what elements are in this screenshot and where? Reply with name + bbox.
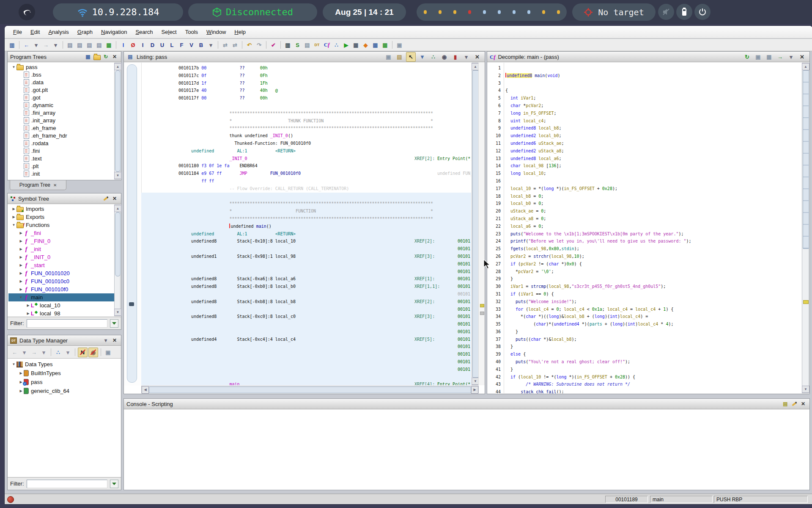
panel-menu-icon[interactable]: ▾ <box>102 337 110 344</box>
cursor-tool-icon[interactable]: I <box>119 41 128 50</box>
memory-map-4-icon[interactable]: ▤ <box>95 41 104 50</box>
expand-icon[interactable]: ▶ <box>18 279 24 283</box>
listing-line-15[interactable]: ff ff <box>141 177 471 185</box>
tree-item-.eh_frame[interactable]: .eh_frame <box>8 124 114 132</box>
expand-icon[interactable]: ▶ <box>11 207 16 211</box>
power-button[interactable] <box>694 4 710 20</box>
listing-line-36[interactable]: undefined4 Stack[-0xc4]:4 local_c4XREF[5… <box>141 336 471 343</box>
listing-line-20[interactable]: ****************************************… <box>141 215 471 223</box>
workspace-dot-6[interactable] <box>498 10 501 14</box>
byte-viewer-icon[interactable]: ▥ <box>283 41 292 50</box>
menu-graph[interactable]: Graph <box>73 29 97 35</box>
listing-line-33[interactable]: undefined8 Stack[-0xc0]:8 local_c0XREF[3… <box>141 313 471 320</box>
close-icon[interactable]: ✕ <box>111 53 118 61</box>
listing-hscrollbar[interactable]: ◀ ▶ <box>141 386 479 393</box>
workspace-dot-1[interactable] <box>424 10 427 14</box>
scroll-lock-icon[interactable]: ▤ <box>782 400 789 408</box>
tree-item-_init[interactable]: ▶f_init <box>8 245 114 253</box>
decompile-line-1[interactable]: undefined8 main(void) <box>505 72 801 80</box>
listing-line-2[interactable]: 0010117d 1f ?? 1Fh <box>141 80 471 87</box>
symbol-tree-header[interactable]: Symbol Tree ✕ <box>8 193 121 204</box>
close-icon[interactable]: ✕ <box>799 400 807 408</box>
listing-line-21[interactable]: undefined main() <box>141 223 471 230</box>
tree-item-local_98[interactable]: ▶Llocal_98 <box>8 309 114 316</box>
decompile-header[interactable]: Cf Decompile: main - (pass) ↻▣▦→▾✕ <box>487 52 809 62</box>
workspace-dot-10[interactable] <box>557 10 560 14</box>
tree-item-.text[interactable]: .text <box>8 155 114 162</box>
data-type-manager-icon[interactable]: DT <box>313 41 321 50</box>
close-icon[interactable]: ✕ <box>111 195 118 202</box>
listing-line-5[interactable] <box>141 102 471 110</box>
save-icon[interactable]: ▥ <box>8 41 16 50</box>
function-graph-icon[interactable]: ∴ <box>332 41 341 50</box>
script-manager-icon[interactable]: S <box>293 41 302 50</box>
tree-item-FUN_001010c0[interactable]: ▶fFUN_001010c0 <box>8 277 114 285</box>
listing-line-10[interactable]: Thunked-Function: FUN_001010f0 <box>141 140 471 147</box>
listing-line-1[interactable]: 0010117c 0f ?? 0Fh <box>141 72 471 80</box>
tree-item-local_10[interactable]: ▶Llocal_10 <box>8 301 114 309</box>
workspace-dot-2[interactable] <box>439 10 442 14</box>
undefine-icon[interactable]: U <box>158 41 167 50</box>
kali-menu-button[interactable] <box>19 4 35 20</box>
tree-item-.rodata[interactable]: .rodata <box>8 139 114 147</box>
ip-address-indicator[interactable]: 10.9.228.184 <box>53 3 183 21</box>
decompile-line-23[interactable]: printf("Before we let you in, you\'ll ne… <box>505 237 801 245</box>
expand-icon[interactable]: ▶ <box>18 255 24 259</box>
memory-map-2-icon[interactable]: ▤ <box>75 41 84 50</box>
expand-icon[interactable]: ▼ <box>11 362 16 366</box>
symbol-filter-input[interactable] <box>27 319 108 328</box>
decompile-line-8[interactable]: undefined8 local_b8; <box>505 124 801 132</box>
close-icon[interactable]: ✕ <box>473 52 482 61</box>
new-tree-icon[interactable]: ▦ <box>84 53 92 61</box>
listing-line-40[interactable]: 00101 <box>141 366 471 373</box>
menu-window[interactable]: Window <box>202 29 230 35</box>
copy-icon[interactable]: ▣ <box>754 52 763 61</box>
tree-item-.eh_frame_hdr[interactable]: .eh_frame_hdr <box>8 132 114 139</box>
run-icon[interactable]: ▶ <box>342 41 351 50</box>
re-decompile-icon[interactable]: ↻ <box>743 52 752 61</box>
close-icon[interactable]: ✕ <box>111 337 118 344</box>
decompile-line-27[interactable]: *pcVar2 = '\0'; <box>505 268 801 276</box>
expand-icon[interactable]: ▼ <box>11 223 16 227</box>
symbol-tree-scrollbar[interactable]: ▲ ▼ <box>114 204 121 316</box>
redo-icon[interactable]: ↷ <box>255 41 263 50</box>
listing-menu-icon[interactable]: ▾ <box>462 52 471 61</box>
expand-icon[interactable]: ▶ <box>18 239 24 243</box>
listing-line-9[interactable]: thunk undefined _INIT_0() <box>141 132 471 140</box>
export-icon[interactable]: → <box>776 52 785 61</box>
scroll-down-icon[interactable]: ▼ <box>114 172 121 179</box>
filter-settings-icon[interactable] <box>110 319 118 328</box>
workspace-dot-9[interactable] <box>542 10 545 14</box>
decompile-line-40[interactable]: } <box>505 366 801 373</box>
decompile-line-21[interactable]: local_a6 = 0; <box>505 223 801 230</box>
data-icon[interactable]: D <box>148 41 157 50</box>
menu-search[interactable]: Search <box>131 29 157 35</box>
decompile-line-9[interactable]: undefined2 local_b0; <box>505 132 801 140</box>
listing-line-41[interactable] <box>141 373 471 381</box>
decompile-line-33[interactable]: *(char *)((long)&local_b8 + (long)(int)l… <box>505 313 801 320</box>
listing-line-28[interactable]: undefined8 Stack[-0xa6]:8 local_a6XREF[1… <box>141 275 471 283</box>
instruction-icon[interactable]: I <box>138 41 147 50</box>
listing-line-0[interactable]: 0010117b 00 ?? 00h <box>141 64 471 72</box>
menu-navigation[interactable]: Navigation <box>97 29 131 35</box>
dtm-layout-icon[interactable]: ∴ <box>54 348 63 357</box>
decompile-scrollbar[interactable]: ▲ ▼ <box>802 63 809 393</box>
listing-line-14[interactable]: 00101184 e9 67 ff JMP FUN_001010f0undefi… <box>141 170 471 177</box>
listing-line-39[interactable]: 00101 <box>141 358 471 366</box>
decompile-line-26[interactable]: if (pcVar2 != (char *)0x0) { <box>505 260 801 268</box>
decompile-line-16[interactable]: local_10 = *(long *)(in_FS_OFFSET + 0x28… <box>505 185 801 193</box>
scroll-up-icon[interactable]: ▲ <box>114 205 121 212</box>
tree-item-_INIT_0[interactable]: ▶f_INIT_0 <box>8 253 114 261</box>
decompile-line-17[interactable]: local_b8 = 0; <box>505 193 801 200</box>
tree-item-.fini_array[interactable]: .fini_array <box>8 109 114 116</box>
dtm-forward-menu-icon[interactable]: ▾ <box>39 348 48 357</box>
paste-icon[interactable]: ▤ <box>395 52 404 61</box>
menu-edit[interactable]: Edit <box>26 29 44 35</box>
dtm-filter-input[interactable] <box>27 480 108 488</box>
decompile-line-30[interactable]: if (iVar1 == 0) { <box>505 290 801 298</box>
decompile-line-24[interactable]: fgets(local_98,0x80,stdin); <box>505 245 801 253</box>
decompile-line-19[interactable]: uStack_ae = 0; <box>505 207 801 215</box>
workspace-switcher[interactable] <box>417 3 567 21</box>
tree-item-_fini[interactable]: ▶f_fini <box>8 229 114 237</box>
expand-icon[interactable]: ▶ <box>18 271 24 275</box>
